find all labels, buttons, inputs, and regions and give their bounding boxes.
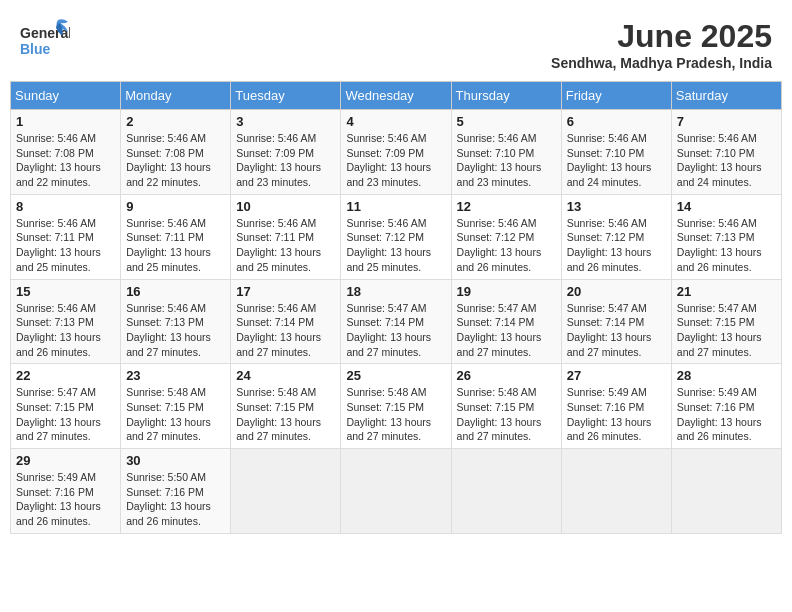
calendar-week-row: 1 Sunrise: 5:46 AM Sunset: 7:08 PM Dayli…: [11, 110, 782, 195]
day-info: Sunrise: 5:47 AM Sunset: 7:14 PM Dayligh…: [567, 301, 666, 360]
col-thursday: Thursday: [451, 82, 561, 110]
day-number: 17: [236, 284, 335, 299]
day-info: Sunrise: 5:46 AM Sunset: 7:08 PM Dayligh…: [16, 131, 115, 190]
table-row: 30 Sunrise: 5:50 AM Sunset: 7:16 PM Dayl…: [121, 449, 231, 534]
day-info: Sunrise: 5:47 AM Sunset: 7:15 PM Dayligh…: [677, 301, 776, 360]
col-sunday: Sunday: [11, 82, 121, 110]
day-info: Sunrise: 5:46 AM Sunset: 7:13 PM Dayligh…: [16, 301, 115, 360]
table-row: 24 Sunrise: 5:48 AM Sunset: 7:15 PM Dayl…: [231, 364, 341, 449]
day-info: Sunrise: 5:46 AM Sunset: 7:09 PM Dayligh…: [346, 131, 445, 190]
table-row: 22 Sunrise: 5:47 AM Sunset: 7:15 PM Dayl…: [11, 364, 121, 449]
day-info: Sunrise: 5:46 AM Sunset: 7:10 PM Dayligh…: [677, 131, 776, 190]
col-wednesday: Wednesday: [341, 82, 451, 110]
col-tuesday: Tuesday: [231, 82, 341, 110]
day-number: 3: [236, 114, 335, 129]
day-number: 25: [346, 368, 445, 383]
day-info: Sunrise: 5:46 AM Sunset: 7:10 PM Dayligh…: [567, 131, 666, 190]
day-number: 1: [16, 114, 115, 129]
day-info: Sunrise: 5:49 AM Sunset: 7:16 PM Dayligh…: [567, 385, 666, 444]
day-info: Sunrise: 5:46 AM Sunset: 7:11 PM Dayligh…: [16, 216, 115, 275]
table-row: 14 Sunrise: 5:46 AM Sunset: 7:13 PM Dayl…: [671, 194, 781, 279]
day-info: Sunrise: 5:46 AM Sunset: 7:13 PM Dayligh…: [126, 301, 225, 360]
day-info: Sunrise: 5:49 AM Sunset: 7:16 PM Dayligh…: [16, 470, 115, 529]
day-info: Sunrise: 5:46 AM Sunset: 7:12 PM Dayligh…: [346, 216, 445, 275]
day-number: 30: [126, 453, 225, 468]
table-row: 23 Sunrise: 5:48 AM Sunset: 7:15 PM Dayl…: [121, 364, 231, 449]
logo: General Blue: [20, 18, 70, 60]
day-number: 13: [567, 199, 666, 214]
location: Sendhwa, Madhya Pradesh, India: [551, 55, 772, 71]
table-row: 9 Sunrise: 5:46 AM Sunset: 7:11 PM Dayli…: [121, 194, 231, 279]
day-info: Sunrise: 5:47 AM Sunset: 7:14 PM Dayligh…: [457, 301, 556, 360]
day-number: 8: [16, 199, 115, 214]
svg-text:Blue: Blue: [20, 41, 51, 57]
table-row: 13 Sunrise: 5:46 AM Sunset: 7:12 PM Dayl…: [561, 194, 671, 279]
col-saturday: Saturday: [671, 82, 781, 110]
day-number: 24: [236, 368, 335, 383]
day-info: Sunrise: 5:48 AM Sunset: 7:15 PM Dayligh…: [236, 385, 335, 444]
table-row: [341, 449, 451, 534]
day-number: 15: [16, 284, 115, 299]
day-number: 10: [236, 199, 335, 214]
page-header: General Blue June 2025 Sendhwa, Madhya P…: [10, 10, 782, 75]
table-row: [451, 449, 561, 534]
day-number: 19: [457, 284, 556, 299]
day-number: 5: [457, 114, 556, 129]
day-info: Sunrise: 5:50 AM Sunset: 7:16 PM Dayligh…: [126, 470, 225, 529]
day-info: Sunrise: 5:47 AM Sunset: 7:14 PM Dayligh…: [346, 301, 445, 360]
table-row: [231, 449, 341, 534]
day-number: 2: [126, 114, 225, 129]
table-row: 1 Sunrise: 5:46 AM Sunset: 7:08 PM Dayli…: [11, 110, 121, 195]
logo-icon: General Blue: [20, 18, 70, 60]
day-number: 27: [567, 368, 666, 383]
day-number: 20: [567, 284, 666, 299]
day-number: 12: [457, 199, 556, 214]
calendar-week-row: 22 Sunrise: 5:47 AM Sunset: 7:15 PM Dayl…: [11, 364, 782, 449]
day-number: 6: [567, 114, 666, 129]
calendar-table: Sunday Monday Tuesday Wednesday Thursday…: [10, 81, 782, 534]
table-row: 4 Sunrise: 5:46 AM Sunset: 7:09 PM Dayli…: [341, 110, 451, 195]
day-number: 16: [126, 284, 225, 299]
day-number: 11: [346, 199, 445, 214]
table-row: 15 Sunrise: 5:46 AM Sunset: 7:13 PM Dayl…: [11, 279, 121, 364]
day-number: 22: [16, 368, 115, 383]
table-row: 2 Sunrise: 5:46 AM Sunset: 7:08 PM Dayli…: [121, 110, 231, 195]
month-title: June 2025: [551, 18, 772, 55]
table-row: [671, 449, 781, 534]
day-info: Sunrise: 5:48 AM Sunset: 7:15 PM Dayligh…: [126, 385, 225, 444]
table-row: [561, 449, 671, 534]
table-row: 27 Sunrise: 5:49 AM Sunset: 7:16 PM Dayl…: [561, 364, 671, 449]
day-number: 7: [677, 114, 776, 129]
day-info: Sunrise: 5:48 AM Sunset: 7:15 PM Dayligh…: [457, 385, 556, 444]
day-info: Sunrise: 5:46 AM Sunset: 7:13 PM Dayligh…: [677, 216, 776, 275]
day-number: 29: [16, 453, 115, 468]
table-row: 17 Sunrise: 5:46 AM Sunset: 7:14 PM Dayl…: [231, 279, 341, 364]
day-info: Sunrise: 5:46 AM Sunset: 7:12 PM Dayligh…: [567, 216, 666, 275]
day-info: Sunrise: 5:46 AM Sunset: 7:09 PM Dayligh…: [236, 131, 335, 190]
table-row: 20 Sunrise: 5:47 AM Sunset: 7:14 PM Dayl…: [561, 279, 671, 364]
table-row: 11 Sunrise: 5:46 AM Sunset: 7:12 PM Dayl…: [341, 194, 451, 279]
table-row: 21 Sunrise: 5:47 AM Sunset: 7:15 PM Dayl…: [671, 279, 781, 364]
day-info: Sunrise: 5:47 AM Sunset: 7:15 PM Dayligh…: [16, 385, 115, 444]
table-row: 29 Sunrise: 5:49 AM Sunset: 7:16 PM Dayl…: [11, 449, 121, 534]
day-info: Sunrise: 5:46 AM Sunset: 7:10 PM Dayligh…: [457, 131, 556, 190]
day-info: Sunrise: 5:48 AM Sunset: 7:15 PM Dayligh…: [346, 385, 445, 444]
day-info: Sunrise: 5:46 AM Sunset: 7:08 PM Dayligh…: [126, 131, 225, 190]
table-row: 10 Sunrise: 5:46 AM Sunset: 7:11 PM Dayl…: [231, 194, 341, 279]
day-number: 4: [346, 114, 445, 129]
day-number: 9: [126, 199, 225, 214]
table-row: 28 Sunrise: 5:49 AM Sunset: 7:16 PM Dayl…: [671, 364, 781, 449]
day-info: Sunrise: 5:49 AM Sunset: 7:16 PM Dayligh…: [677, 385, 776, 444]
col-monday: Monday: [121, 82, 231, 110]
calendar-week-row: 29 Sunrise: 5:49 AM Sunset: 7:16 PM Dayl…: [11, 449, 782, 534]
day-number: 23: [126, 368, 225, 383]
day-number: 26: [457, 368, 556, 383]
calendar-week-row: 8 Sunrise: 5:46 AM Sunset: 7:11 PM Dayli…: [11, 194, 782, 279]
table-row: 12 Sunrise: 5:46 AM Sunset: 7:12 PM Dayl…: [451, 194, 561, 279]
table-row: 18 Sunrise: 5:47 AM Sunset: 7:14 PM Dayl…: [341, 279, 451, 364]
table-row: 16 Sunrise: 5:46 AM Sunset: 7:13 PM Dayl…: [121, 279, 231, 364]
day-info: Sunrise: 5:46 AM Sunset: 7:14 PM Dayligh…: [236, 301, 335, 360]
day-number: 18: [346, 284, 445, 299]
table-row: 25 Sunrise: 5:48 AM Sunset: 7:15 PM Dayl…: [341, 364, 451, 449]
day-info: Sunrise: 5:46 AM Sunset: 7:11 PM Dayligh…: [126, 216, 225, 275]
